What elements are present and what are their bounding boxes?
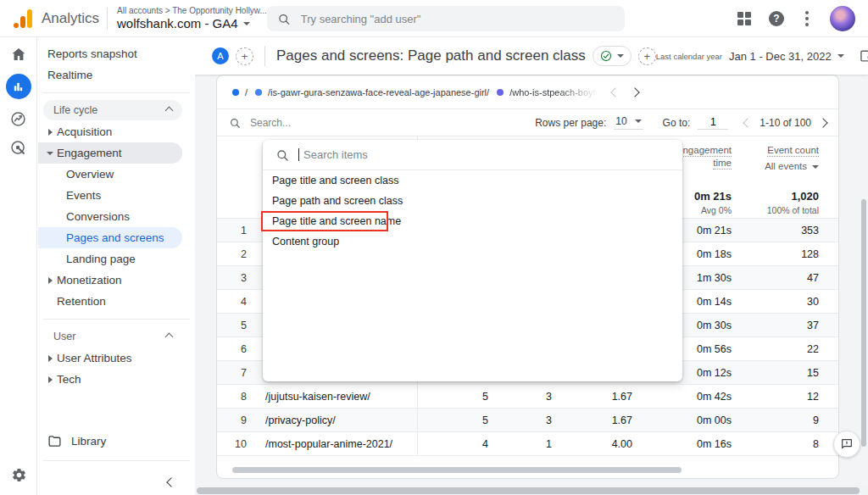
collapse-arrow-icon	[47, 152, 53, 155]
prev-page-icon[interactable]	[743, 118, 753, 127]
page-horizontal-scrollbar[interactable]	[195, 487, 868, 495]
legend-item[interactable]: /	[232, 87, 248, 97]
sidebar-item-conversions[interactable]: Conversions	[38, 206, 195, 227]
product-name: Analytics	[42, 10, 99, 27]
rows-per-page-label: Rows per page:	[535, 117, 606, 129]
divider	[43, 460, 190, 461]
chevron-down-icon	[617, 54, 624, 58]
search-icon	[229, 117, 241, 129]
nav-rail	[0, 37, 37, 495]
dropdown-item-page-title-and-screen-class[interactable]: Page title and screen class	[263, 170, 682, 191]
expand-arrow-icon	[48, 277, 53, 284]
add-comparison-button[interactable]: +	[236, 47, 253, 65]
sidebar-item-overview[interactable]: Overview	[38, 164, 195, 185]
sidebar-item-acquisition[interactable]: Acquisition	[38, 121, 195, 142]
sidebar-item-pages-and-screens[interactable]: Pages and screens	[38, 227, 182, 248]
overflow-menu-icon[interactable]	[802, 11, 812, 26]
dropdown-search-input[interactable]	[302, 147, 670, 162]
event-filter-select[interactable]: All events	[732, 160, 819, 173]
appbar-divider	[107, 8, 108, 30]
sidebar-item-landing-page[interactable]: Landing page	[38, 248, 195, 270]
expand-arrow-icon	[48, 355, 53, 362]
chat-bubble-icon	[840, 437, 854, 451]
green-check-icon	[600, 50, 612, 62]
legend-item[interactable]: /who-is-stpeach-boyfriend-age	[497, 87, 598, 97]
report-header: A + Pages and screens: Page path and scr…	[195, 37, 868, 75]
analytics-logo[interactable]: Analytics	[0, 8, 99, 29]
table-horizontal-scrollbar[interactable]	[232, 467, 682, 473]
chart-legend: / /is-gawr-gura-senzawa-face-reveal-age-…	[217, 75, 838, 109]
sidebar-item-reports-snapshot[interactable]: Reports snapshot	[38, 43, 195, 64]
table-row: 9/privacy-policy/531.670m 00s9	[217, 409, 838, 432]
sidebar-item-tech[interactable]: Tech	[38, 369, 195, 390]
user-avatar[interactable]	[830, 6, 855, 31]
folder-icon	[47, 434, 62, 448]
gear-icon	[11, 467, 27, 483]
global-search-input[interactable]	[299, 12, 615, 26]
add-report-button[interactable]: +	[638, 47, 656, 65]
ga4-analytics-screen: Analytics All accounts > The Opportunity…	[0, 0, 868, 495]
sidebar-item-library[interactable]: Library	[38, 430, 195, 452]
header-row-number	[217, 136, 257, 188]
legend-dot-icon	[497, 89, 504, 96]
legend-next-icon[interactable]	[630, 87, 639, 97]
analytics-logo-icon	[12, 8, 34, 29]
chevron-down-icon	[837, 54, 844, 58]
sidebar-item-engagement[interactable]: Engagement	[38, 142, 182, 164]
sidebar-item-monetization[interactable]: Monetization	[38, 270, 195, 291]
divider	[43, 319, 190, 320]
page-vertical-scrollbar[interactable]	[861, 199, 866, 447]
sidebar-item-realtime[interactable]: Realtime	[38, 64, 195, 86]
rows-per-page-select[interactable]: 10	[614, 115, 643, 130]
collapse-sidebar-icon[interactable]	[166, 477, 175, 487]
apps-grid-icon[interactable]	[737, 12, 751, 25]
sidebar-section-life-cycle[interactable]: Life cycle	[43, 100, 182, 120]
expand-arrow-icon	[48, 129, 53, 136]
page-title: Pages and screens: Page path and screen …	[276, 47, 586, 64]
app-bar: Analytics All accounts > The Opportunity…	[0, 0, 868, 37]
table-row: 8/jujutsu-kaisen-review/531.670m 42s12	[217, 385, 838, 409]
report-status-chip[interactable]	[593, 46, 632, 66]
header-event-count[interactable]: Event count All events	[732, 136, 819, 188]
admin-settings-button[interactable]	[0, 467, 37, 483]
sidebar-item-events[interactable]: Events	[38, 185, 195, 206]
horizontal-scrollbar-thumb[interactable]	[197, 487, 860, 494]
reports-icon[interactable]	[6, 74, 31, 99]
legend-item[interactable]: /is-gawr-gura-senzawa-face-reveal-age-ja…	[255, 87, 489, 97]
sidebar-section-user[interactable]: User	[43, 326, 182, 347]
table-toolbar: Rows per page: 10 Go to: 1-10 of 100	[217, 109, 838, 136]
table-row: 10/most-popular-anime-2021/414.000m 16s8	[217, 432, 838, 456]
global-search[interactable]	[267, 6, 625, 31]
dropdown-search[interactable]	[263, 140, 682, 170]
help-icon[interactable]: ?	[769, 11, 784, 26]
account-property-selector[interactable]: All accounts > The Opportunity Hollyw...…	[117, 6, 267, 31]
segment-chip-a[interactable]: A	[212, 47, 229, 64]
table-search-input[interactable]	[248, 116, 353, 130]
table-search[interactable]	[229, 116, 353, 130]
annotation-highlight-box	[261, 211, 388, 231]
explore-icon[interactable]	[9, 110, 27, 128]
sidebar-item-user-attributes[interactable]: User Attributes	[38, 348, 195, 369]
feedback-button[interactable]	[833, 431, 860, 458]
chevron-down-icon	[635, 120, 642, 123]
dropdown-item-content-group[interactable]: Content group	[263, 231, 682, 252]
divider	[264, 46, 265, 66]
dimension-dropdown: Page title and screen class Page path an…	[263, 140, 682, 381]
chevron-down-icon	[812, 165, 819, 169]
divider	[43, 92, 190, 93]
goto-page-input[interactable]	[698, 115, 728, 130]
sidebar-item-retention[interactable]: Retention	[38, 291, 195, 312]
reports-nav-drawer: Reports snapshot Realtime Life cycle Acq…	[38, 37, 195, 495]
date-range-picker[interactable]: Jan 1 - Dec 31, 2022	[729, 50, 844, 63]
legend-dot-icon	[255, 89, 262, 96]
advertising-icon[interactable]	[9, 139, 27, 157]
search-icon	[275, 148, 289, 162]
property-name: wolfshank.com - GA4	[117, 16, 238, 31]
dropdown-item-page-path-and-screen-class[interactable]: Page path and screen class	[263, 191, 682, 211]
legend-prev-icon[interactable]	[610, 87, 620, 97]
totals-event-count: 1,020 100% of total	[732, 188, 819, 215]
customize-report-icon[interactable]	[859, 47, 868, 64]
next-page-icon[interactable]	[818, 118, 827, 127]
home-icon[interactable]	[10, 46, 27, 63]
breadcrumb: All accounts > The Opportunity Hollyw...	[117, 6, 267, 16]
